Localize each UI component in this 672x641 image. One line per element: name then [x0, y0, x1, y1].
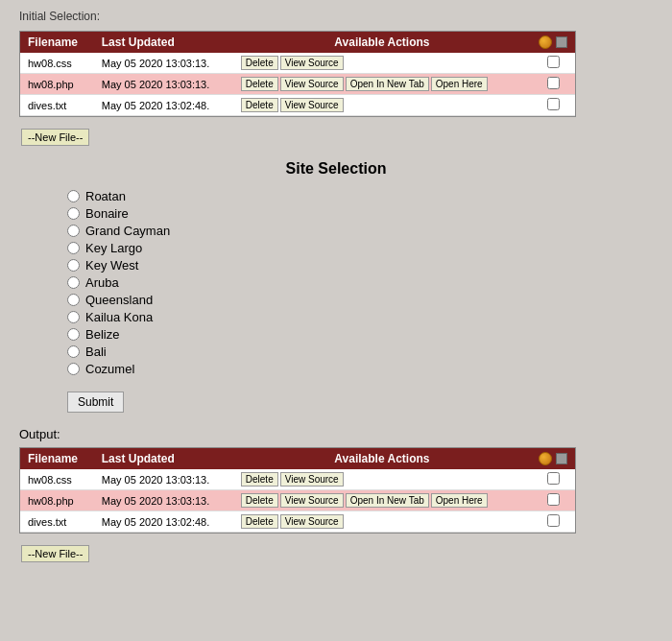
- site-radio-key-west[interactable]: [67, 259, 80, 272]
- output-file-table-container: Filename Last Updated Available Actions …: [19, 447, 576, 534]
- table-row-date: May 05 2020 13:03:13.: [94, 469, 233, 490]
- action-button-view-source[interactable]: View Source: [280, 56, 344, 70]
- site-label: Kailua Kona: [85, 310, 153, 324]
- action-button-view-source[interactable]: View Source: [280, 472, 344, 487]
- site-selection-list: RoatanBonaireGrand CaymanKey LargoKey We…: [67, 189, 653, 376]
- col-header-last-updated: Last Updated: [94, 32, 233, 53]
- out-orange-icon: [539, 452, 552, 465]
- site-label: Roatan: [85, 189, 126, 203]
- site-radio-grand-cayman[interactable]: [67, 225, 80, 237]
- site-label: Queensland: [85, 293, 153, 307]
- action-button-open-in-new-tab[interactable]: Open In New Tab: [346, 493, 429, 508]
- table-row-checkbox[interactable]: [547, 493, 560, 506]
- table-row-checkbox-cell: [531, 74, 575, 95]
- site-radio-kailua-kona[interactable]: [67, 311, 80, 323]
- site-label: Key West: [85, 258, 138, 273]
- out-col-header-filename: Filename: [20, 448, 94, 469]
- gray-icon: [556, 36, 567, 48]
- out-gray-icon: [556, 453, 567, 464]
- table-row-actions: DeleteView SourceOpen In New TabOpen Her…: [233, 490, 531, 511]
- site-label: Aruba: [85, 275, 119, 290]
- site-radio-aruba[interactable]: [67, 276, 80, 289]
- out-col-header-actions: Available Actions: [233, 448, 531, 469]
- list-item: Cozumel: [67, 362, 653, 376]
- site-label: Key Largo: [85, 241, 142, 255]
- site-radio-cozumel[interactable]: [67, 363, 80, 375]
- site-label: Cozumel: [85, 362, 134, 376]
- list-item: Roatan: [67, 189, 653, 203]
- table-row-filename: hw08.css: [20, 53, 94, 74]
- orange-icon: [539, 36, 552, 49]
- table-row-checkbox[interactable]: [547, 98, 560, 110]
- submit-button[interactable]: Submit: [67, 392, 124, 413]
- site-radio-queensland[interactable]: [67, 294, 80, 306]
- table-row-checkbox[interactable]: [547, 472, 560, 485]
- top-file-table: Filename Last Updated Available Actions …: [20, 32, 575, 116]
- output-new-file-button[interactable]: --New File--: [21, 545, 89, 562]
- action-button-open-here[interactable]: Open Here: [431, 493, 488, 508]
- site-radio-bonaire[interactable]: [67, 207, 80, 220]
- table-row-date: May 05 2020 13:03:13.: [94, 53, 233, 74]
- site-selection-title: Site Selection: [19, 160, 653, 178]
- site-label: Belize: [85, 327, 119, 342]
- action-button-view-source[interactable]: View Source: [280, 77, 344, 91]
- table-row-checkbox-cell: [531, 469, 575, 490]
- top-file-table-container: Filename Last Updated Available Actions …: [19, 31, 576, 117]
- action-button-delete[interactable]: Delete: [241, 472, 278, 487]
- output-label: Output:: [19, 427, 653, 441]
- table-row-date: May 05 2020 13:02:48.: [94, 95, 233, 116]
- site-radio-key-largo[interactable]: [67, 242, 80, 254]
- table-row-actions: DeleteView Source: [233, 469, 531, 490]
- list-item: Queensland: [67, 293, 653, 307]
- site-radio-roatan[interactable]: [67, 190, 80, 202]
- output-file-table: Filename Last Updated Available Actions …: [20, 448, 575, 533]
- col-header-filename: Filename: [20, 32, 94, 53]
- site-label: Grand Cayman: [85, 224, 170, 238]
- list-item: Grand Cayman: [67, 224, 653, 238]
- action-button-delete[interactable]: Delete: [241, 493, 278, 508]
- table-row-filename: hw08.css: [20, 469, 94, 490]
- col-header-icons: [531, 32, 575, 53]
- intro-text: Initial Selection:: [19, 10, 653, 23]
- table-row-filename: hw08.php: [20, 74, 94, 95]
- site-selection-section: Site Selection RoatanBonaireGrand Cayman…: [19, 160, 653, 413]
- list-item: Kailua Kona: [67, 310, 653, 324]
- table-row-actions: DeleteView SourceOpen In New TabOpen Her…: [233, 74, 531, 95]
- table-row-checkbox-cell: [531, 95, 575, 116]
- list-item: Aruba: [67, 275, 653, 290]
- action-button-delete[interactable]: Delete: [241, 77, 278, 91]
- table-row-date: May 05 2020 13:03:13.: [94, 490, 233, 511]
- table-row-date: May 05 2020 13:02:48.: [94, 511, 233, 533]
- action-button-delete[interactable]: Delete: [241, 98, 278, 112]
- action-button-delete[interactable]: Delete: [241, 56, 278, 70]
- table-row-date: May 05 2020 13:03:13.: [94, 74, 233, 95]
- table-row-filename: dives.txt: [20, 95, 94, 116]
- list-item: Bali: [67, 344, 653, 359]
- action-button-open-in-new-tab[interactable]: Open In New Tab: [346, 77, 429, 91]
- top-new-file-button[interactable]: --New File--: [21, 129, 89, 146]
- action-button-view-source[interactable]: View Source: [280, 514, 344, 529]
- table-row-checkbox[interactable]: [547, 77, 560, 89]
- site-radio-belize[interactable]: [67, 328, 80, 341]
- table-row-checkbox[interactable]: [547, 514, 560, 527]
- out-col-header-icons: [531, 448, 575, 469]
- list-item: Bonaire: [67, 206, 653, 221]
- list-item: Key West: [67, 258, 653, 273]
- table-row-checkbox-cell: [531, 53, 575, 74]
- site-label: Bali: [85, 344, 107, 359]
- site-radio-bali[interactable]: [67, 345, 80, 358]
- table-row-filename: dives.txt: [20, 511, 94, 533]
- table-row-filename: hw08.php: [20, 490, 94, 511]
- table-row-actions: DeleteView Source: [233, 53, 531, 74]
- col-header-actions: Available Actions: [233, 32, 531, 53]
- action-button-view-source[interactable]: View Source: [280, 98, 344, 112]
- table-row-actions: DeleteView Source: [233, 95, 531, 116]
- action-button-open-here[interactable]: Open Here: [431, 77, 488, 91]
- out-col-header-last-updated: Last Updated: [94, 448, 233, 469]
- site-label: Bonaire: [85, 206, 129, 221]
- table-row-checkbox[interactable]: [547, 56, 560, 68]
- action-button-delete[interactable]: Delete: [241, 514, 278, 529]
- table-row-checkbox-cell: [531, 490, 575, 511]
- table-row-actions: DeleteView Source: [233, 511, 531, 533]
- action-button-view-source[interactable]: View Source: [280, 493, 344, 508]
